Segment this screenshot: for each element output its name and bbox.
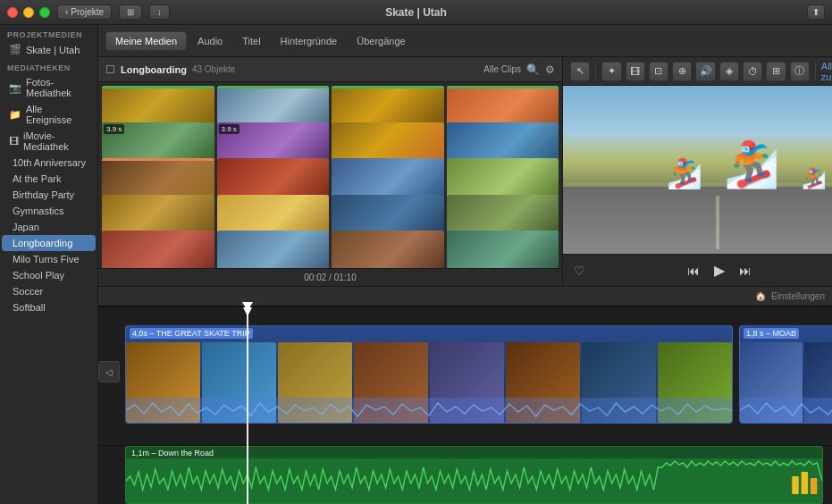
titlebar-icons: ⬆ (807, 4, 825, 20)
back-button[interactable]: ‹ Projekte (57, 4, 112, 20)
project-section-label: PROJEKTMEDIEN (0, 25, 97, 41)
sidebar-item-project[interactable]: 🎬 Skate | Utah (2, 41, 96, 58)
video-scene: 🏂 🏂 🏂 (563, 86, 832, 254)
grid-settings-icon[interactable]: ⚙ (545, 63, 555, 76)
events-icon: 📁 (9, 109, 21, 121)
thumb-badge: 3.9 s (219, 124, 240, 134)
track-left-btn[interactable]: ◁ (98, 361, 120, 382)
sidebar-item-longboarding[interactable]: Longboarding (2, 235, 96, 251)
sidebar-item-alle[interactable]: 📁 Alle Ereignisse (2, 101, 96, 128)
skip-back-button[interactable]: ⏮ (687, 264, 700, 278)
main-layout: PROJEKTMEDIEN 🎬 Skate | Utah MEDIATHEKEN… (0, 25, 832, 504)
clip-label-great-skate: 4,0s – THE GREAT SKATE TRIP (130, 328, 253, 339)
timeline: ◁ ▷ 4,0s – THE GREAT SKATE TRIP (98, 306, 832, 504)
speed-btn[interactable]: ⏱ (743, 62, 762, 81)
video-track: 4,0s – THE GREAT SKATE TRIP (125, 325, 823, 424)
sidebar-item-imovie[interactable]: 🎞 iMovie-Mediathek (2, 128, 96, 155)
sidebar-item-birthday[interactable]: Birthday Party (2, 187, 96, 203)
top-toolbar: Meine Medien Audio Titel Hintergründe Üb… (98, 25, 832, 57)
checkbox-icon[interactable]: ☐ (105, 63, 115, 76)
media-thumb-20[interactable] (447, 231, 559, 268)
preview-toolbar: ↖ ✦ 🎞 ⊡ ⊕ 🔊 ◈ ⏱ ⊞ ⓘ Alle zurück (563, 57, 832, 86)
audio-waveform-svg (126, 458, 822, 503)
skater-3: 🏂 (802, 167, 826, 190)
crop-btn[interactable]: ⊡ (649, 62, 668, 81)
media-browser: ☐ Longboarding 43 Objekte Alle Clips 🔍 ⚙ (98, 57, 563, 286)
search-icon[interactable]: 🔍 (526, 63, 540, 76)
middle-section: ☐ Longboarding 43 Objekte Alle Clips 🔍 ⚙ (98, 57, 832, 286)
separator-2 (815, 63, 816, 80)
chevron-left-icon: ‹ (65, 7, 68, 17)
alle-zuruck-btn[interactable]: Alle zurück (821, 61, 832, 82)
media-thumb-18[interactable] (217, 231, 330, 268)
color-btn[interactable]: ◈ (719, 62, 739, 81)
content-area: Meine Medien Audio Titel Hintergründe Üb… (98, 25, 832, 504)
sidebar: PROJEKTMEDIEN 🎬 Skate | Utah MEDIATHEKEN… (0, 25, 98, 504)
sidebar-item-softball[interactable]: Softball (2, 299, 96, 315)
imovie-icon: 🎞 (9, 136, 19, 147)
audio-waveform-container (126, 458, 822, 503)
libraries-section-label: MEDIATHEKEN (0, 58, 97, 74)
tab-audio[interactable]: Audio (189, 32, 231, 50)
clip-moab[interactable]: 1,8 s – MOAB (739, 325, 832, 424)
time-display: 00:02 / 01:10 (98, 268, 562, 286)
cursor-tool-btn[interactable]: ↖ (570, 62, 590, 81)
media-thumb-17[interactable] (102, 231, 214, 268)
media-browser-header: ☐ Longboarding 43 Objekte Alle Clips 🔍 ⚙ (98, 57, 562, 82)
skip-forward-button[interactable]: ⏭ (739, 264, 752, 278)
waveform-bg (126, 398, 732, 423)
svg-rect-2 (802, 472, 808, 494)
stabilize-btn[interactable]: ⊕ (672, 62, 692, 81)
photo-icon: 📷 (9, 82, 21, 94)
clip-label-moab: 1,8 s – MOAB (744, 328, 799, 339)
preview-video: 🏂 🏂 🏂 (563, 86, 832, 254)
tab-meine-medien[interactable]: Meine Medien (105, 31, 187, 51)
preview-panel: ↖ ✦ 🎞 ⊡ ⊕ 🔊 ◈ ⏱ ⊞ ⓘ Alle zurück (563, 57, 832, 286)
tab-hintergruende[interactable]: Hintergründe (272, 32, 347, 50)
filter-label[interactable]: Alle Clips (483, 64, 521, 74)
arrow-down-button[interactable]: ↓ (149, 4, 170, 20)
sidebar-item-park[interactable]: At the Park (2, 171, 96, 187)
traffic-lights (7, 7, 50, 18)
audio-clip[interactable]: 1,1m – Down the Road (125, 446, 823, 504)
filter-btn[interactable]: 🎞 (626, 62, 645, 81)
storyboard-button[interactable]: ⊞ (119, 4, 142, 20)
waveform-svg (126, 398, 732, 423)
close-button[interactable] (7, 7, 18, 18)
minimize-button[interactable] (23, 7, 34, 18)
house-icon: 🏠 (755, 291, 766, 301)
sidebar-item-milo[interactable]: Milo Turns Five (2, 251, 96, 267)
media-thumb-19[interactable] (332, 231, 444, 268)
audio-btn[interactable]: 🔊 (695, 62, 715, 81)
tab-titel[interactable]: Titel (233, 32, 269, 50)
timeline-main: ◁ ▷ 4,0s – THE GREAT SKATE TRIP (98, 307, 832, 445)
sidebar-item-fotos[interactable]: 📷 Fotos-Mediathek (2, 74, 96, 101)
share-button[interactable]: ⬆ (807, 4, 825, 20)
thumb-badge: 3.9 s (104, 124, 124, 134)
tab-uebergaenge[interactable]: Übergänge (348, 32, 414, 50)
sidebar-item-japan[interactable]: Japan (2, 219, 96, 235)
settings-label[interactable]: Einstellungen (771, 291, 825, 301)
info-btn[interactable]: ⓘ (790, 62, 810, 81)
moab-waveform-svg (740, 398, 832, 423)
sidebar-item-anniversary[interactable]: 10th Anniversary (2, 155, 96, 171)
timeline-playhead[interactable] (247, 307, 248, 504)
play-button[interactable]: ▶ (714, 262, 725, 279)
sidebar-item-school[interactable]: School Play (2, 267, 96, 283)
separator (595, 63, 596, 80)
audio-clip-label: 1,1m – Down the Road (131, 449, 214, 458)
sidebar-item-soccer[interactable]: Soccer (2, 283, 96, 299)
clip-gap (735, 325, 738, 424)
clip-great-skate[interactable]: 4,0s – THE GREAT SKATE TRIP (125, 325, 733, 424)
moab-waveform-bg (740, 398, 832, 423)
favorite-button[interactable]: ♡ (574, 264, 585, 278)
maximize-button[interactable] (39, 7, 50, 18)
media-filter: Alle Clips 🔍 ⚙ (483, 63, 555, 76)
timeline-audio-section: 1,1m – Down the Road (98, 445, 832, 504)
preview-controls: ♡ ⏮ ▶ ⏭ ⤢ (563, 254, 832, 286)
splitscreen-btn[interactable]: ⊞ (766, 62, 786, 81)
sidebar-item-gymnastics[interactable]: Gymnastics (2, 203, 96, 219)
skater-main: 🏂 (724, 139, 779, 190)
svg-rect-1 (792, 476, 798, 494)
enhance-btn[interactable]: ✦ (601, 62, 621, 81)
